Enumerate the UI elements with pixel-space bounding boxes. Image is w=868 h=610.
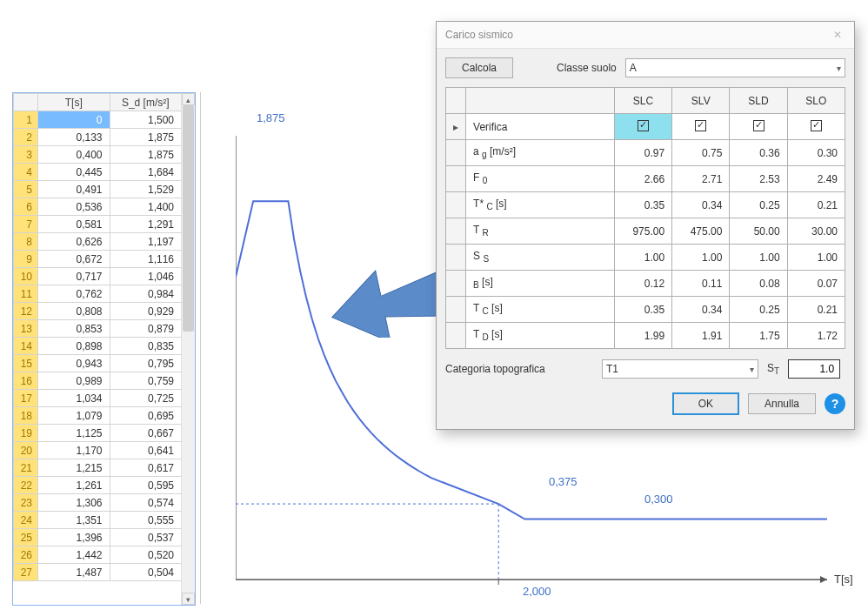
verifica-check[interactable] <box>672 114 730 140</box>
row-number[interactable]: 11 <box>14 285 38 303</box>
cell-Sd[interactable]: 0,537 <box>110 529 181 546</box>
param-value[interactable]: 0.21 <box>787 192 845 218</box>
row-number[interactable]: 13 <box>14 320 38 338</box>
row-number[interactable]: 4 <box>14 164 38 181</box>
col-header-T[interactable]: T[s] <box>38 94 110 111</box>
row-number[interactable]: 9 <box>14 251 38 268</box>
param-value[interactable]: 0.25 <box>730 192 787 218</box>
cell-Sd[interactable]: 1,529 <box>110 181 181 198</box>
row-number[interactable]: 10 <box>14 268 38 285</box>
checkbox-icon[interactable] <box>753 120 765 131</box>
cell-T[interactable]: 1,442 <box>38 546 110 564</box>
table-row[interactable]: 150,9430,795 <box>14 355 182 372</box>
cell-T[interactable]: 0,133 <box>38 129 110 146</box>
cell-Sd[interactable]: 0,759 <box>110 372 181 390</box>
cell-T[interactable]: 0,943 <box>38 355 110 372</box>
cell-Sd[interactable]: 1,400 <box>110 198 181 216</box>
row-number[interactable]: 23 <box>14 494 38 512</box>
row-number[interactable]: 20 <box>14 442 38 459</box>
table-row[interactable]: 221,2610,595 <box>14 477 182 494</box>
table-row[interactable]: 90,6721,116 <box>14 251 182 268</box>
row-number[interactable]: 25 <box>14 529 38 546</box>
topography-combo[interactable]: T1 ▾ <box>602 359 758 379</box>
row-number[interactable]: 12 <box>14 303 38 320</box>
param-value[interactable]: 50.00 <box>730 218 787 245</box>
checkbox-icon[interactable] <box>811 120 822 131</box>
scroll-thumb[interactable] <box>183 105 194 332</box>
cell-Sd[interactable]: 1,291 <box>110 216 181 233</box>
row-number[interactable]: 5 <box>14 181 38 198</box>
param-value[interactable]: 0.11 <box>672 271 730 297</box>
ok-button[interactable]: OK <box>672 392 739 415</box>
param-value[interactable]: 1.00 <box>614 245 671 271</box>
col-SLD[interactable]: SLD <box>730 88 787 114</box>
row-number[interactable]: 17 <box>14 390 38 407</box>
cell-T[interactable]: 1,034 <box>38 390 110 407</box>
param-value[interactable]: 2.53 <box>730 166 787 192</box>
table-row[interactable]: 181,0790,695 <box>14 407 182 425</box>
cell-Sd[interactable]: 0,574 <box>110 494 181 512</box>
cell-Sd[interactable]: 1,500 <box>110 111 181 129</box>
cell-Sd[interactable]: 0,795 <box>110 355 181 372</box>
dialog-titlebar[interactable]: Carico sismico ✕ <box>437 22 854 49</box>
table-row[interactable]: 20,1331,875 <box>14 129 182 146</box>
row-number[interactable]: 18 <box>14 407 38 425</box>
cell-T[interactable]: 1,396 <box>38 529 110 546</box>
param-value[interactable]: 0.12 <box>614 271 671 297</box>
param-value[interactable]: 0.34 <box>672 192 730 218</box>
col-header-Sd[interactable]: S_d [m/s²] <box>110 94 181 111</box>
row-number[interactable]: 6 <box>14 198 38 216</box>
row-handle[interactable] <box>446 323 466 349</box>
cell-T[interactable]: 0,581 <box>38 216 110 233</box>
table-row[interactable]: 110,7620,984 <box>14 285 182 303</box>
calculate-button[interactable]: Calcola <box>445 57 513 78</box>
param-value[interactable]: 0.35 <box>614 297 671 323</box>
param-value[interactable]: 1.99 <box>614 323 671 349</box>
col-SLO[interactable]: SLO <box>787 88 845 114</box>
table-row[interactable]: 171,0340,725 <box>14 390 182 407</box>
table-row[interactable]: 60,5361,400 <box>14 198 182 216</box>
cell-T[interactable]: 0,536 <box>38 198 110 216</box>
param-value[interactable]: 2.71 <box>672 166 730 192</box>
table-row[interactable]: 231,3060,574 <box>14 494 182 512</box>
row-number[interactable]: 7 <box>14 216 38 233</box>
cell-Sd[interactable]: 1,875 <box>110 146 181 164</box>
table-row[interactable]: 191,1250,667 <box>14 425 182 442</box>
table-row[interactable]: 140,8980,835 <box>14 338 182 355</box>
cell-T[interactable]: 0,400 <box>38 146 110 164</box>
scroll-up-button[interactable]: ▴ <box>182 93 195 105</box>
table-row[interactable]: 261,4420,520 <box>14 546 182 564</box>
row-number[interactable]: 19 <box>14 425 38 442</box>
verifica-check[interactable] <box>730 114 787 140</box>
table-row[interactable]: 80,6261,197 <box>14 233 182 251</box>
param-value[interactable]: 0.30 <box>787 140 845 166</box>
param-value[interactable]: 1.00 <box>787 245 845 271</box>
checkbox-icon[interactable] <box>695 120 706 131</box>
table-row[interactable]: 50,4911,529 <box>14 181 182 198</box>
row-number[interactable]: 15 <box>14 355 38 372</box>
param-value[interactable]: 1.00 <box>730 245 787 271</box>
row-handle[interactable]: ▸ <box>446 114 466 140</box>
cell-Sd[interactable]: 1,684 <box>110 164 181 181</box>
cell-Sd[interactable]: 0,520 <box>110 546 181 564</box>
table-row[interactable]: 251,3960,537 <box>14 529 182 546</box>
cell-T[interactable]: 1,170 <box>38 442 110 459</box>
cell-T[interactable]: 0,853 <box>38 320 110 338</box>
param-value[interactable]: 2.66 <box>614 166 671 192</box>
param-value[interactable]: 975.00 <box>614 218 671 245</box>
row-handle[interactable] <box>446 192 466 218</box>
row-number[interactable]: 21 <box>14 459 38 477</box>
table-row[interactable]: 70,5811,291 <box>14 216 182 233</box>
table-row[interactable]: 120,8080,929 <box>14 303 182 320</box>
cell-Sd[interactable]: 0,641 <box>110 442 181 459</box>
param-value[interactable]: 0.34 <box>672 297 730 323</box>
row-number[interactable]: 26 <box>14 546 38 564</box>
cell-Sd[interactable]: 0,595 <box>110 477 181 494</box>
table-row[interactable]: 211,2150,617 <box>14 459 182 477</box>
col-SLV[interactable]: SLV <box>672 88 730 114</box>
cell-Sd[interactable]: 1,116 <box>110 251 181 268</box>
row-number[interactable]: 3 <box>14 146 38 164</box>
row-handle[interactable] <box>446 166 466 192</box>
row-handle[interactable] <box>446 140 466 166</box>
row-number[interactable]: 27 <box>14 564 38 581</box>
